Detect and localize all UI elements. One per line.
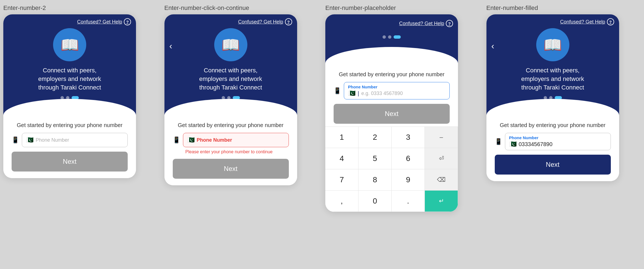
key-0[interactable]: 0 bbox=[358, 191, 392, 212]
phone-value-4: 03334567890 bbox=[519, 141, 553, 147]
phone-row-4: 📱 Phone Number 🇵🇰 03334567890 bbox=[495, 133, 611, 150]
flag-1: 🇵🇰 bbox=[26, 136, 33, 144]
key-4[interactable]: 4 bbox=[325, 148, 358, 169]
screen-4-top: Confused? Get Help ? ‹ 📖 Connect with pe… bbox=[486, 14, 619, 115]
phone-placeholder-2: Phone Number bbox=[197, 137, 232, 143]
help-link-4[interactable]: Confused? Get Help ? bbox=[560, 18, 614, 25]
phone-input-2[interactable]: 🇵🇰 Phone Number bbox=[183, 133, 289, 147]
next-btn-3[interactable]: Next bbox=[334, 104, 450, 124]
phone-input-4[interactable]: Phone Number 🇵🇰 03334567890 bbox=[505, 133, 611, 150]
key-backspace[interactable]: ⌫ bbox=[425, 169, 458, 191]
screen-1-label: Enter-number-2 bbox=[3, 4, 46, 12]
help-icon-2: ? bbox=[285, 18, 292, 25]
screen-3-prompt: Get started by entering your phone numbe… bbox=[334, 71, 450, 78]
screen-2-bottom: Get started by entering your phone numbe… bbox=[164, 115, 297, 185]
book-circle-1: 📖 bbox=[53, 28, 86, 61]
key-6[interactable]: 6 bbox=[392, 148, 425, 169]
screen-3-top: Confused? Get Help ? bbox=[325, 14, 458, 64]
next-btn-4[interactable]: Next bbox=[495, 155, 611, 175]
screen-3-container: Enter-number-placeholder Confused? Get H… bbox=[322, 0, 483, 216]
wave-2 bbox=[164, 99, 297, 115]
phone-label-4: Phone Number bbox=[509, 135, 607, 140]
screen-1-prompt: Get started by entering your phone numbe… bbox=[12, 122, 128, 128]
phone-device-icon-2: 📱 bbox=[173, 136, 180, 144]
help-link-3[interactable]: Confused? Get Help ? bbox=[399, 20, 453, 27]
book-circle-2: 📖 bbox=[214, 28, 247, 61]
phone-device-icon-4: 📱 bbox=[495, 138, 502, 145]
help-icon-1: ? bbox=[124, 18, 131, 25]
key-3[interactable]: 3 bbox=[392, 127, 425, 148]
key-return[interactable]: ⏎ bbox=[425, 148, 458, 169]
next-btn-1[interactable]: Next bbox=[12, 152, 128, 172]
book-circle-4: 📖 bbox=[536, 28, 569, 61]
book-icon-2: 📖 bbox=[221, 36, 240, 54]
key-7[interactable]: 7 bbox=[325, 169, 358, 191]
screen-4-bottom: Get started by entering your phone numbe… bbox=[486, 115, 619, 181]
screen-2-container: Enter-number-click-on-continue Confused?… bbox=[161, 0, 322, 190]
dot-3-2 bbox=[388, 35, 391, 39]
book-icon-1: 📖 bbox=[61, 36, 79, 54]
flag-4: 🇵🇰 bbox=[509, 141, 517, 148]
help-text-2: Confused? Get Help bbox=[238, 19, 283, 25]
key-8[interactable]: 8 bbox=[358, 169, 392, 191]
error-msg-2: Please enter your phone number to contin… bbox=[185, 149, 289, 154]
dot-3-1 bbox=[383, 35, 386, 39]
flag-2: 🇵🇰 bbox=[187, 136, 195, 144]
screen-2-label: Enter-number-click-on-continue bbox=[164, 4, 249, 12]
screen-2-desc: Connect with peers,employers and network… bbox=[199, 66, 262, 92]
screen-2: Confused? Get Help ? ‹ 📖 Connect with pe… bbox=[164, 14, 297, 185]
help-text-3: Confused? Get Help bbox=[399, 21, 444, 27]
keypad-3: 1 2 3 – 4 5 6 ⏎ 7 8 9 ⌫ , 0 . ↵ bbox=[325, 126, 458, 212]
phone-device-icon-1: 📱 bbox=[12, 136, 19, 144]
help-text-1: Confused? Get Help bbox=[77, 19, 122, 25]
phone-input-1[interactable]: 🇵🇰 Phone Number bbox=[22, 133, 128, 147]
screen-4-container: Enter-number-filled Confused? Get Help ?… bbox=[483, 0, 644, 186]
phone-device-icon-3: 📱 bbox=[334, 87, 341, 94]
flag-3: 🇵🇰 bbox=[348, 90, 355, 97]
screen-4-prompt: Get started by entering your phone numbe… bbox=[495, 122, 611, 128]
wave-1 bbox=[3, 99, 136, 115]
help-icon-4: ? bbox=[607, 18, 614, 25]
screen-4-desc: Connect with peers,employers and network… bbox=[521, 66, 584, 92]
back-arrow-2[interactable]: ‹ bbox=[169, 41, 172, 51]
key-9[interactable]: 9 bbox=[392, 169, 425, 191]
key-comma[interactable]: , bbox=[325, 191, 358, 212]
phone-row-1: 📱 🇵🇰 Phone Number bbox=[12, 133, 128, 147]
screen-1-desc: Connect with peers,employers and network… bbox=[38, 66, 101, 92]
key-period[interactable]: . bbox=[392, 191, 425, 212]
back-arrow-4[interactable]: ‹ bbox=[491, 41, 494, 51]
key-2[interactable]: 2 bbox=[358, 127, 392, 148]
key-5[interactable]: 5 bbox=[358, 148, 392, 169]
phone-row-2: 📱 🇵🇰 Phone Number bbox=[173, 133, 289, 147]
phone-label-3: Phone Number bbox=[348, 85, 446, 89]
screen-3-bottom: Get started by entering your phone numbe… bbox=[325, 64, 458, 126]
key-enter[interactable]: ↵ bbox=[425, 191, 458, 212]
phone-placeholder-1: Phone Number bbox=[36, 137, 69, 143]
screen-1-container: Enter-number-2 Confused? Get Help ? 📖 Co… bbox=[0, 0, 161, 183]
screen-4: Confused? Get Help ? ‹ 📖 Connect with pe… bbox=[486, 14, 619, 181]
screen-4-label: Enter-number-filled bbox=[486, 4, 538, 12]
help-link-1[interactable]: Confused? Get Help ? bbox=[77, 18, 131, 25]
key-dash[interactable]: – bbox=[425, 127, 458, 148]
help-text-4: Confused? Get Help bbox=[560, 19, 605, 25]
dots-3 bbox=[383, 27, 401, 47]
phone-input-3[interactable]: Phone Number 🇵🇰 | e.g. 0333 4567890 bbox=[344, 82, 450, 99]
screen-2-prompt: Get started by entering your phone numbe… bbox=[173, 122, 289, 128]
help-link-2[interactable]: Confused? Get Help ? bbox=[238, 18, 292, 25]
wave-4 bbox=[486, 99, 619, 115]
screen-1: Confused? Get Help ? 📖 Connect with peer… bbox=[3, 14, 136, 178]
phone-row-3: 📱 Phone Number 🇵🇰 | e.g. 0333 4567890 bbox=[334, 82, 450, 99]
screen-1-top: Confused? Get Help ? 📖 Connect with peer… bbox=[3, 14, 136, 115]
phone-placeholder-3: e.g. 0333 4567890 bbox=[361, 91, 403, 96]
next-btn-2[interactable]: Next bbox=[173, 159, 289, 179]
key-1[interactable]: 1 bbox=[325, 127, 358, 148]
screen-2-top: Confused? Get Help ? ‹ 📖 Connect with pe… bbox=[164, 14, 297, 115]
screen-3: Confused? Get Help ? Get started by ente… bbox=[325, 14, 458, 212]
screen-3-label: Enter-number-placeholder bbox=[325, 4, 396, 12]
wave-3 bbox=[325, 47, 458, 64]
help-icon-3: ? bbox=[446, 20, 453, 27]
dot-3-3 bbox=[394, 35, 401, 39]
book-icon-4: 📖 bbox=[543, 36, 562, 54]
screen-1-bottom: Get started by entering your phone numbe… bbox=[3, 115, 136, 178]
